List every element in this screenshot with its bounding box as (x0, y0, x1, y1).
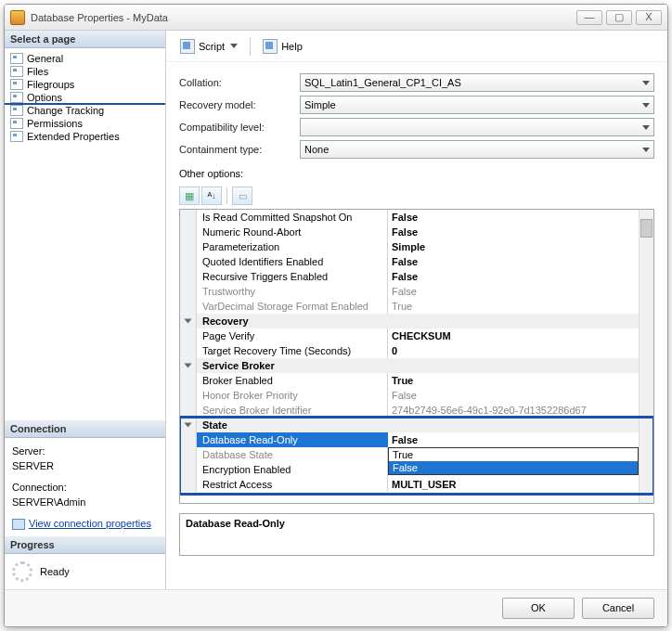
property-label: Page Verify (197, 328, 388, 343)
property-label: Quoted Identifiers Enabled (197, 254, 388, 269)
page-icon (10, 53, 23, 64)
property-row[interactable]: Honor Broker PriorityFalse (180, 388, 653, 403)
property-row[interactable]: Page VerifyCHECKSUM (180, 328, 653, 343)
connection-label: Connection: (12, 480, 158, 496)
nav-item-filegroups[interactable]: Filegroups (5, 78, 165, 91)
property-pages-button[interactable] (232, 187, 252, 205)
progress-status: Ready (40, 566, 70, 577)
property-value[interactable]: 274b2749-56e6-49c1-92e0-7d1352286d67 (388, 403, 653, 418)
database-icon (10, 10, 25, 25)
property-grid-toolbar (179, 185, 654, 209)
property-value[interactable]: CHECKSUM (388, 328, 653, 343)
property-grid: Is Read Committed Snapshot OnFalseNumeri… (179, 209, 654, 504)
toolbar-separator (250, 37, 251, 56)
property-row[interactable]: Database Read-OnlyFalse (180, 432, 653, 447)
cancel-button[interactable]: Cancel (582, 598, 654, 619)
property-label: VarDecimal Storage Format Enabled (197, 299, 388, 314)
property-label: State (197, 418, 653, 432)
property-value[interactable]: False (388, 432, 653, 447)
minimize-button[interactable]: — (576, 10, 602, 25)
property-value[interactable]: True (388, 299, 653, 314)
property-label: Numeric Round-Abort (197, 225, 388, 239)
property-label: Parameterization (197, 239, 388, 254)
property-row[interactable]: Is Read Committed Snapshot OnFalse (180, 210, 653, 225)
dialog-button-bar: OK Cancel (5, 589, 667, 626)
compatibility-level-label: Compatibility level: (179, 122, 300, 133)
property-label: Trustworthy (197, 284, 388, 299)
nav-item-extended-properties[interactable]: Extended Properties (5, 130, 165, 143)
property-row[interactable]: Target Recovery Time (Seconds)0 (180, 343, 653, 358)
property-row[interactable]: Broker EnabledTrue (180, 373, 653, 388)
property-row[interactable]: Recursive Triggers EnabledFalse (180, 269, 653, 284)
help-button[interactable]: Help (258, 36, 307, 57)
form-area: Collation: SQL_Latin1_General_CP1_CI_AS … (166, 62, 667, 508)
left-pane: Select a page GeneralFilesFilegroupsOpti… (5, 31, 166, 589)
property-row[interactable]: Numeric Round-AbortFalse (180, 225, 653, 239)
property-value[interactable]: False (388, 225, 653, 239)
compatibility-level-combo[interactable] (300, 118, 654, 136)
property-value[interactable]: Simple (388, 239, 653, 254)
connection-value: SERVER\Admin (12, 495, 158, 510)
dropdown-list[interactable]: TrueFalse (388, 447, 639, 475)
alphabetical-button[interactable] (201, 187, 222, 205)
property-label: Is Read Committed Snapshot On (197, 210, 388, 225)
progress-panel: Ready (5, 554, 165, 589)
property-value[interactable]: False (388, 284, 653, 299)
property-value[interactable]: False (388, 269, 653, 284)
property-label: Service Broker (197, 358, 653, 373)
collapse-icon[interactable] (185, 364, 192, 368)
property-value[interactable]: MULTI_USER (388, 477, 653, 492)
property-value[interactable]: True (388, 373, 653, 388)
property-value[interactable]: False (388, 210, 653, 225)
nav-item-files[interactable]: Files (5, 65, 165, 78)
dropdown-option[interactable]: False (389, 461, 638, 474)
property-label: Database State (197, 447, 388, 462)
category-row: State (180, 418, 653, 432)
category-row: Service Broker (180, 358, 653, 373)
property-value[interactable]: 0 (388, 343, 653, 358)
nav-item-permissions[interactable]: Permissions (5, 117, 165, 130)
property-value[interactable]: False (388, 254, 653, 269)
property-row[interactable]: Quoted Identifiers EnabledFalse (180, 254, 653, 269)
property-row[interactable]: Service Broker Identifier274b2749-56e6-4… (180, 403, 653, 418)
server-label: Server: (12, 444, 158, 459)
page-icon (10, 131, 23, 142)
script-button[interactable]: Script (175, 36, 242, 57)
nav-item-change-tracking[interactable]: Change Tracking (5, 104, 165, 117)
collapse-icon[interactable] (185, 319, 192, 324)
titlebar[interactable]: Database Properties - MyData — ▢ X (5, 5, 667, 31)
scrollbar[interactable] (639, 210, 653, 503)
collapse-icon[interactable] (185, 423, 192, 428)
property-row[interactable]: VarDecimal Storage Format EnabledTrue (180, 299, 653, 314)
nav-item-options[interactable]: Options (5, 91, 165, 104)
ok-button[interactable]: OK (502, 598, 575, 619)
category-row: Recovery (180, 314, 653, 328)
server-value: SERVER (12, 458, 158, 474)
window-title: Database Properties - MyData (31, 12, 573, 23)
right-pane: Script Help Collation: SQL_Latin1_Genera… (166, 31, 667, 589)
property-label: Recovery (197, 314, 653, 328)
property-row[interactable]: Restrict AccessMULTI_USER (180, 477, 653, 492)
scroll-thumb[interactable] (640, 219, 653, 238)
property-row[interactable]: TrustworthyFalse (180, 284, 653, 299)
property-label: Target Recovery Time (Seconds) (197, 343, 388, 358)
dropdown-option[interactable]: True (389, 448, 638, 461)
property-label: Restrict Access (197, 477, 388, 492)
recovery-model-combo[interactable]: Simple (300, 96, 654, 114)
connection-icon (12, 519, 25, 530)
containment-type-combo[interactable]: None (300, 140, 654, 159)
property-row[interactable]: ParameterizationSimple (180, 239, 653, 254)
recovery-model-label: Recovery model: (179, 99, 300, 110)
other-options-label: Other options: (179, 168, 654, 179)
nav-item-general[interactable]: General (5, 52, 165, 65)
page-icon (10, 79, 23, 90)
view-connection-link[interactable]: View connection properties (29, 518, 151, 529)
close-button[interactable]: X (636, 10, 662, 25)
property-label: Database Read-Only (197, 432, 388, 447)
maximize-button[interactable]: ▢ (606, 10, 632, 25)
page-icon (10, 92, 23, 103)
script-icon (180, 39, 195, 54)
property-value[interactable]: False (388, 388, 653, 403)
collation-combo[interactable]: SQL_Latin1_General_CP1_CI_AS (300, 73, 654, 92)
categorized-button[interactable] (179, 187, 200, 205)
